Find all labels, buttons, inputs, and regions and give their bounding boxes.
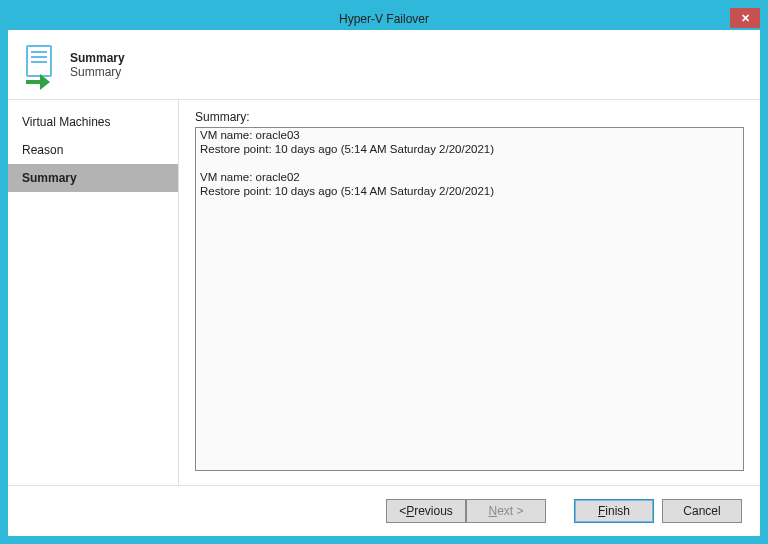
blank-line [200, 156, 739, 170]
dialog-window: Hyper-V Failover ✕ Summary Summary Virtu… [8, 8, 760, 536]
step-virtual-machines[interactable]: Virtual Machines [8, 108, 178, 136]
summary-text: VM name: oracle03 Restore point: 10 days… [195, 127, 744, 471]
previous-button[interactable]: < Previous [386, 499, 466, 523]
page-icon [16, 40, 66, 90]
page-subtitle: Summary [70, 65, 125, 79]
page-heading: Summary Summary [70, 51, 125, 79]
summary-line: Restore point: 10 days ago (5:14 AM Satu… [200, 142, 739, 156]
summary-label: Summary: [195, 110, 744, 124]
finish-button[interactable]: Finish [574, 499, 654, 523]
titlebar-title: Hyper-V Failover [339, 12, 429, 26]
summary-line: VM name: oracle02 [200, 170, 739, 184]
close-icon: ✕ [741, 12, 750, 25]
content-pane: Summary: VM name: oracle03 Restore point… [179, 100, 760, 485]
dialog-body: Virtual Machines Reason Summary Summary:… [8, 100, 760, 486]
summary-line: VM name: oracle03 [200, 128, 739, 142]
footer: < Previous Next > Finish Cancel [8, 486, 760, 536]
titlebar: Hyper-V Failover ✕ [8, 8, 760, 30]
cancel-button[interactable]: Cancel [662, 499, 742, 523]
step-reason[interactable]: Reason [8, 136, 178, 164]
page-title: Summary [70, 51, 125, 65]
step-summary[interactable]: Summary [8, 164, 178, 192]
next-button: Next > [466, 499, 546, 523]
wizard-steps: Virtual Machines Reason Summary [8, 100, 179, 485]
page-header: Summary Summary [8, 30, 760, 100]
summary-line: Restore point: 10 days ago (5:14 AM Satu… [200, 184, 739, 198]
close-button[interactable]: ✕ [730, 8, 760, 28]
